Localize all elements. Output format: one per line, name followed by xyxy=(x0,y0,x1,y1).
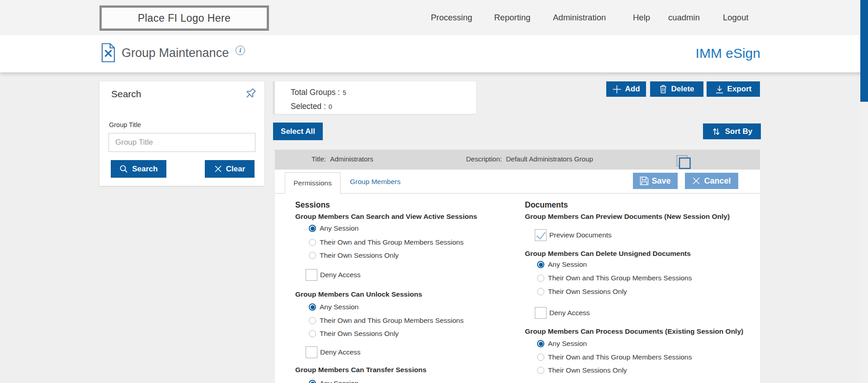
radio-selected[interactable] xyxy=(309,225,316,232)
radio-unselected[interactable] xyxy=(309,330,316,337)
perm-title-search-view: Group Members Can Search and View Active… xyxy=(295,212,477,221)
clear-button[interactable]: Clear xyxy=(205,160,255,178)
radio-unselected[interactable] xyxy=(537,274,544,282)
radio-option-own-group[interactable]: Their Own and This Group Members Session… xyxy=(309,238,463,247)
nav-administration[interactable]: Administration xyxy=(553,0,606,35)
radio-option-any-session[interactable]: Any Session xyxy=(537,339,587,348)
search-button-label: Search xyxy=(132,165,158,174)
radio-label: Their Own and This Group Members Session… xyxy=(320,317,463,325)
radio-label: Their Own Sessions Only xyxy=(320,330,399,338)
sessions-heading: Sessions xyxy=(295,200,330,209)
checkbox-label: Deny Access xyxy=(320,271,361,279)
nav-processing[interactable]: Processing xyxy=(431,0,472,35)
radio-option-any-session[interactable]: Any Session xyxy=(309,224,359,233)
radio-unselected[interactable] xyxy=(309,317,316,324)
deny-access-checkbox-row[interactable]: Deny Access xyxy=(306,269,361,281)
radio-unselected[interactable] xyxy=(537,367,544,374)
search-panel: Search Group Title Search Clear xyxy=(99,81,264,186)
group-title-input[interactable] xyxy=(108,133,255,152)
radio-label: Their Own Sessions Only xyxy=(320,251,399,260)
radio-selected[interactable] xyxy=(309,303,316,311)
cancel-button-label: Cancel xyxy=(704,176,731,186)
info-icon[interactable]: i xyxy=(236,46,245,55)
clear-button-label: Clear xyxy=(226,165,245,174)
add-button-label: Add xyxy=(625,85,640,94)
save-icon xyxy=(640,176,649,185)
nav-cuadmin[interactable]: cuadmin xyxy=(668,0,700,35)
perm-title-transfer: Group Members Can Transfer Sessions xyxy=(295,365,426,374)
radio-label: Any Session xyxy=(548,340,587,348)
radio-option-own-group[interactable]: Their Own and This Group Members Session… xyxy=(537,353,692,362)
radio-label: Any Session xyxy=(548,260,587,269)
radio-unselected[interactable] xyxy=(309,252,316,259)
deny-access-checkbox-row[interactable]: Deny Access xyxy=(306,346,361,358)
radio-label: Any Session xyxy=(320,303,359,311)
nav-help[interactable]: Help xyxy=(633,0,650,35)
permissions-panel: Permissions Group Members Save Cancel Se… xyxy=(275,170,760,383)
nav-reporting[interactable]: Reporting xyxy=(494,0,530,35)
clear-icon xyxy=(214,165,222,173)
logo-text: Place FI Logo Here xyxy=(138,12,231,24)
checkbox-unchecked[interactable] xyxy=(306,269,317,281)
sort-by-button[interactable]: Sort By xyxy=(703,123,761,139)
group-header-row[interactable]: Title:Administrators Description:Default… xyxy=(275,150,760,170)
deny-access-checkbox-row[interactable]: Deny Access xyxy=(535,307,590,319)
radio-label: Their Own Sessions Only xyxy=(548,366,627,374)
export-button-label: Export xyxy=(727,85,752,94)
group-title-field: Title:Administrators xyxy=(311,149,373,169)
checkbox-unchecked[interactable] xyxy=(306,346,317,358)
preview-documents-checkbox-row[interactable]: Preview Documents xyxy=(535,229,612,241)
sort-icon xyxy=(712,127,721,136)
sort-by-label: Sort By xyxy=(725,127,752,136)
tab-group-members[interactable]: Group Members xyxy=(350,170,401,194)
group-description-field: Description:Default Administrators Group xyxy=(466,149,593,169)
radio-option-any-session[interactable]: Any Session xyxy=(309,303,359,312)
cancel-button[interactable]: Cancel xyxy=(685,173,738,189)
radio-unselected[interactable] xyxy=(309,239,316,246)
checkbox-checked[interactable] xyxy=(535,229,547,241)
scrollbar-thumb[interactable] xyxy=(860,0,868,102)
save-button[interactable]: Save xyxy=(633,173,678,189)
brand-name: IMM eSign xyxy=(696,46,760,61)
nav-logout[interactable]: Logout xyxy=(723,0,749,35)
radio-label: Their Own Sessions Only xyxy=(548,288,627,296)
delete-button[interactable]: Delete xyxy=(650,81,703,97)
radio-option-own-group[interactable]: Their Own and This Group Members Session… xyxy=(309,316,463,325)
radio-label: Their Own and This Group Members Session… xyxy=(548,353,692,361)
delete-button-label: Delete xyxy=(671,85,694,94)
radio-selected[interactable] xyxy=(309,380,316,383)
search-button[interactable]: Search xyxy=(111,160,166,178)
radio-option-own-only[interactable]: Their Own Sessions Only xyxy=(309,329,399,338)
group-title-label: Group Title xyxy=(109,121,141,128)
radio-selected[interactable] xyxy=(537,261,544,268)
page-scrollbar[interactable] xyxy=(860,0,868,383)
pin-icon[interactable] xyxy=(241,84,260,103)
page-header: Group Maintenance i IMM eSign xyxy=(0,35,868,72)
radio-option-any-session[interactable]: Any Session xyxy=(309,379,359,383)
export-button[interactable]: Export xyxy=(707,81,760,97)
checkbox-label: Deny Access xyxy=(549,309,590,317)
copy-icon[interactable] xyxy=(676,155,691,169)
radio-option-own-only[interactable]: Their Own Sessions Only xyxy=(537,287,627,296)
checkbox-label: Preview Documents xyxy=(549,231,612,239)
search-icon xyxy=(119,165,128,173)
radio-option-own-only[interactable]: Their Own Sessions Only xyxy=(309,251,399,260)
select-all-label: Select All xyxy=(281,127,315,136)
search-panel-title: Search xyxy=(111,89,142,99)
checkbox-unchecked[interactable] xyxy=(535,307,547,319)
delete-icon xyxy=(659,85,667,94)
radio-unselected[interactable] xyxy=(537,354,544,361)
documents-heading: Documents xyxy=(525,200,568,209)
radio-option-any-session[interactable]: Any Session xyxy=(537,260,587,269)
radio-option-own-only[interactable]: Their Own Sessions Only xyxy=(537,366,627,375)
perm-title-preview: Group Members Can Preview Documents (New… xyxy=(525,212,730,221)
add-button[interactable]: Add xyxy=(606,81,646,97)
tab-permissions[interactable]: Permissions xyxy=(285,172,340,194)
radio-unselected[interactable] xyxy=(537,288,544,295)
select-all-button[interactable]: Select All xyxy=(273,123,323,140)
fi-logo-placeholder: Place FI Logo Here xyxy=(99,5,269,31)
radio-option-own-group[interactable]: Their Own and This Group Members Session… xyxy=(537,274,692,283)
selected-count: Selected :0 xyxy=(291,99,476,113)
radio-selected[interactable] xyxy=(537,340,544,347)
radio-label: Their Own and This Group Members Session… xyxy=(548,274,692,282)
